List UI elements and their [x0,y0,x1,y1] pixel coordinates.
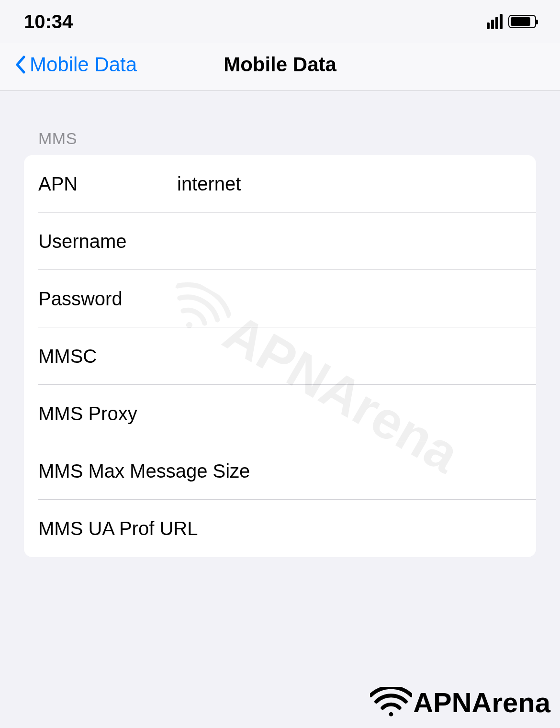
settings-row-mms-proxy[interactable]: MMS Proxy [24,385,536,442]
settings-group: APN Username Password MMSC MMS Proxy MMS… [24,155,536,557]
settings-row-password[interactable]: Password [24,270,536,327]
section-header-mms: MMS [24,110,536,155]
page-title: Mobile Data [224,53,336,76]
back-button[interactable]: Mobile Data [14,53,137,76]
mms-max-size-input[interactable] [250,460,522,482]
footer-logo-text: APNArena [413,686,550,718]
wifi-icon [370,687,412,718]
settings-label: Username [38,231,177,252]
settings-label: APN [38,173,177,195]
username-input[interactable] [177,231,522,252]
content-area: MMS APN Username Password MMSC MMS Proxy… [0,91,560,576]
settings-label: MMS UA Prof URL [38,518,198,539]
settings-label: MMSC [38,346,177,367]
status-indicators [487,14,536,29]
mms-ua-prof-input[interactable] [198,518,522,539]
settings-label: Password [38,288,177,310]
cellular-signal-icon [487,14,503,29]
settings-label: MMS Proxy [38,403,177,425]
chevron-left-icon [14,55,26,74]
password-input[interactable] [177,288,522,310]
status-time: 10:34 [24,11,73,33]
navigation-bar: Mobile Data Mobile Data [0,43,560,91]
settings-row-mmsc[interactable]: MMSC [24,327,536,385]
apn-input[interactable] [177,173,522,195]
footer-logo: APNArena [370,686,550,718]
settings-row-mms-max-size[interactable]: MMS Max Message Size [24,442,536,500]
status-bar: 10:34 [0,0,560,43]
mms-proxy-input[interactable] [177,403,522,425]
mmsc-input[interactable] [177,346,522,367]
settings-row-mms-ua-prof[interactable]: MMS UA Prof URL [24,500,536,557]
settings-row-apn[interactable]: APN [24,155,536,213]
settings-row-username[interactable]: Username [24,213,536,270]
battery-icon [508,15,536,28]
back-label: Mobile Data [30,53,137,76]
settings-label: MMS Max Message Size [38,460,250,482]
